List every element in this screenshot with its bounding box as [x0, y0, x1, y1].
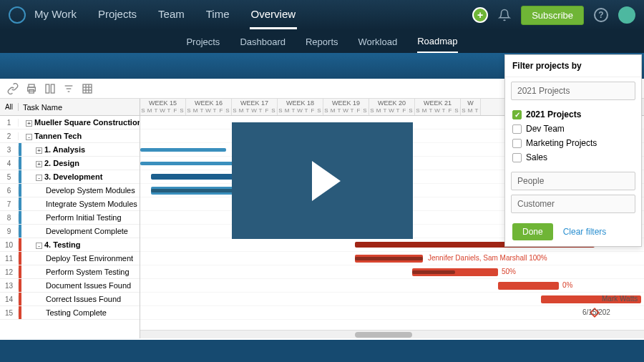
expand-icon[interactable]: -: [36, 243, 42, 249]
checkbox-icon: [512, 124, 522, 134]
filter-customer-input[interactable]: Customer: [511, 195, 635, 213]
task-row[interactable]: 13Document Issues Found: [0, 279, 140, 293]
task-name: Develop System Modules: [21, 186, 140, 195]
filter-search-input[interactable]: 2021 Projects: [511, 82, 635, 100]
sub-nav: ProjectsDashboardReportsWorkloadRoadmap: [0, 30, 644, 53]
gantt-row: Jennifer Daniels, Sam Marshall 100%: [140, 252, 644, 265]
row-number: 10: [0, 241, 19, 249]
row-number: 7: [0, 200, 19, 208]
main-nav: My WorkProjectsTeamTimeOverview: [33, 1, 297, 29]
task-list-pane: All Task Name 1+Mueller Square Construct…: [0, 99, 140, 338]
bell-icon[interactable]: [498, 9, 511, 21]
link-icon[interactable]: [7, 83, 19, 94]
task-row[interactable]: 11Deploy Test Environment: [0, 252, 140, 265]
checkbox-icon: ✓: [512, 110, 522, 119]
filter-clear-link[interactable]: Clear filters: [563, 227, 607, 237]
task-name: -4. Testing: [21, 240, 140, 249]
grid-icon[interactable]: [82, 83, 93, 94]
gantt-bar[interactable]: [355, 255, 423, 263]
week-label: WEEK 18: [278, 99, 323, 107]
nav-team[interactable]: Team: [157, 1, 186, 29]
task-row[interactable]: 8Perform Initial Testing: [0, 211, 140, 225]
task-name: Development Complete: [21, 227, 140, 235]
filter-done-button[interactable]: Done: [512, 223, 553, 240]
row-number: 14: [0, 295, 19, 303]
task-name: +Mueller Square Construction: [21, 118, 140, 127]
filter-option[interactable]: Marketing Projects: [512, 136, 634, 150]
task-row[interactable]: 3+1. Analysis: [0, 143, 140, 157]
subnav-reports[interactable]: Reports: [306, 31, 338, 52]
top-navbar: My WorkProjectsTeamTimeOverview + Subscr…: [0, 0, 644, 30]
filter-option-label: Marketing Projects: [526, 138, 597, 148]
help-icon[interactable]: ?: [594, 8, 608, 22]
task-name: -Tannen Tech: [21, 132, 140, 140]
expand-icon[interactable]: +: [26, 120, 32, 127]
filter-title: Filter projects by: [505, 55, 641, 77]
nav-my-work[interactable]: My Work: [33, 1, 78, 29]
expand-icon[interactable]: -: [26, 134, 32, 140]
week-label: WEEK 19: [323, 99, 369, 107]
task-row[interactable]: 14Correct Issues Found: [0, 293, 140, 306]
svg-rect-4: [51, 84, 54, 93]
gantt-bar[interactable]: [140, 148, 226, 152]
play-icon: [312, 161, 341, 201]
milestone-date: 6/15/202: [582, 308, 610, 316]
task-row[interactable]: 2-Tannen Tech: [0, 129, 140, 143]
task-row[interactable]: 1+Mueller Square Construction: [0, 116, 140, 129]
nav-projects[interactable]: Projects: [97, 1, 138, 29]
week-label: WEEK 15: [140, 99, 185, 107]
nav-overview[interactable]: Overview: [250, 1, 298, 29]
subnav-dashboard[interactable]: Dashboard: [240, 31, 286, 52]
horizontal-scrollbar[interactable]: [140, 330, 644, 338]
row-number: 12: [0, 268, 19, 276]
filter-people-input[interactable]: People: [511, 172, 635, 190]
row-number: 1: [0, 119, 19, 127]
video-play-overlay[interactable]: [232, 122, 413, 239]
task-row[interactable]: 10-4. Testing: [0, 238, 140, 252]
nav-time[interactable]: Time: [205, 1, 231, 29]
gantt-bar[interactable]: [498, 282, 559, 290]
subnav-projects[interactable]: Projects: [186, 31, 220, 52]
print-icon[interactable]: [26, 83, 37, 94]
filter-icon[interactable]: [63, 83, 74, 94]
task-row[interactable]: 15Testing Complete: [0, 306, 140, 320]
task-name: -3. Development: [21, 172, 140, 181]
task-row[interactable]: 12Perform System Testing: [0, 265, 140, 279]
user-avatar[interactable]: [618, 6, 635, 24]
footer-bar: [0, 340, 644, 362]
columns-icon[interactable]: [44, 83, 56, 94]
gantt-row: 0%: [140, 279, 644, 293]
task-row[interactable]: 9Development Complete: [0, 225, 140, 238]
subnav-workload[interactable]: Workload: [358, 31, 398, 52]
row-number: 11: [0, 255, 19, 263]
col-name-header[interactable]: Task Name: [19, 103, 62, 112]
app-logo[interactable]: [9, 6, 26, 24]
svg-rect-8: [83, 84, 92, 93]
row-number: 6: [0, 187, 19, 195]
task-row[interactable]: 6Develop System Modules: [0, 184, 140, 197]
row-number: 15: [0, 309, 19, 317]
task-name: Deploy Test Environment: [21, 254, 140, 263]
expand-icon[interactable]: +: [36, 147, 42, 154]
week-label: W: [461, 99, 480, 107]
filter-option[interactable]: Dev Team: [512, 122, 634, 136]
week-label: WEEK 21: [415, 99, 460, 107]
expand-icon[interactable]: -: [36, 175, 42, 181]
gantt-row: 6/15/202: [140, 306, 644, 320]
gantt-bar[interactable]: [412, 268, 498, 276]
task-row[interactable]: 4+2. Design: [0, 157, 140, 170]
checkbox-icon: [512, 139, 522, 148]
expand-icon[interactable]: +: [36, 161, 42, 167]
filter-option[interactable]: ✓2021 Projects: [512, 107, 634, 122]
task-row[interactable]: 7Integrate System Modules: [0, 197, 140, 211]
add-button[interactable]: +: [472, 7, 488, 23]
col-all-header[interactable]: All: [0, 103, 19, 111]
subscribe-button[interactable]: Subscribe: [521, 6, 584, 25]
subnav-roadmap[interactable]: Roadmap: [417, 31, 457, 53]
gantt-row: 50%: [140, 265, 644, 279]
filter-panel: Filter projects by 2021 Projects ✓2021 P…: [504, 54, 642, 247]
row-number: 8: [0, 214, 19, 222]
task-row[interactable]: 5-3. Development: [0, 170, 140, 184]
filter-option[interactable]: Sales: [512, 150, 634, 165]
row-number: 4: [0, 160, 19, 167]
